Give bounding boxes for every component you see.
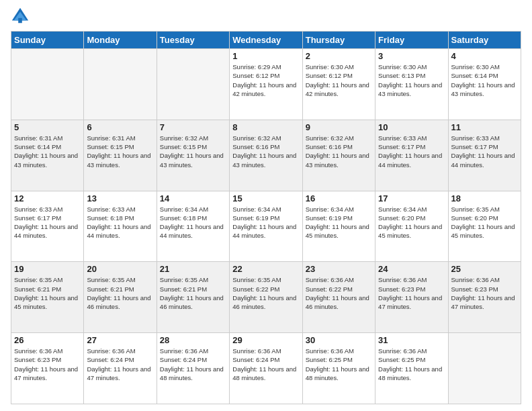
calendar-cell: 30Sunrise: 6:36 AM Sunset: 6:25 PM Dayli…	[302, 333, 375, 404]
day-info: Sunrise: 6:35 AM Sunset: 6:20 PM Dayligh…	[451, 205, 518, 240]
day-info: Sunrise: 6:36 AM Sunset: 6:25 PM Dayligh…	[378, 347, 445, 382]
weekday-header-saturday: Saturday	[448, 32, 521, 49]
calendar-cell: 15Sunrise: 6:34 AM Sunset: 6:19 PM Dayli…	[230, 191, 302, 262]
calendar-table: SundayMondayTuesdayWednesdayThursdayFrid…	[11, 31, 521, 404]
day-number: 25	[451, 264, 518, 274]
day-info: Sunrise: 6:35 AM Sunset: 6:21 PM Dayligh…	[14, 275, 81, 311]
day-info: Sunrise: 6:36 AM Sunset: 6:24 PM Dayligh…	[160, 347, 226, 382]
calendar-cell	[84, 49, 157, 120]
day-info: Sunrise: 6:34 AM Sunset: 6:20 PM Dayligh…	[378, 205, 445, 240]
day-number: 3	[378, 51, 445, 61]
calendar-cell: 2Sunrise: 6:30 AM Sunset: 6:12 PM Daylig…	[302, 49, 375, 120]
calendar-cell: 20Sunrise: 6:35 AM Sunset: 6:21 PM Dayli…	[84, 262, 157, 333]
calendar-cell	[11, 49, 84, 120]
calendar-cell: 26Sunrise: 6:36 AM Sunset: 6:23 PM Dayli…	[11, 333, 84, 404]
day-number: 24	[378, 264, 445, 274]
day-info: Sunrise: 6:30 AM Sunset: 6:12 PM Dayligh…	[306, 62, 372, 98]
calendar-cell: 29Sunrise: 6:36 AM Sunset: 6:24 PM Dayli…	[230, 333, 302, 404]
weekday-header-friday: Friday	[375, 32, 448, 49]
day-number: 23	[306, 264, 372, 274]
weekday-header-tuesday: Tuesday	[157, 32, 229, 49]
calendar-cell	[157, 49, 229, 120]
day-number: 12	[14, 193, 81, 203]
calendar-cell: 7Sunrise: 6:32 AM Sunset: 6:15 PM Daylig…	[157, 120, 229, 191]
day-number: 16	[306, 193, 372, 203]
day-info: Sunrise: 6:34 AM Sunset: 6:19 PM Dayligh…	[306, 205, 372, 240]
day-info: Sunrise: 6:36 AM Sunset: 6:22 PM Dayligh…	[306, 275, 372, 311]
calendar-week-row: 12Sunrise: 6:33 AM Sunset: 6:17 PM Dayli…	[11, 191, 521, 262]
day-info: Sunrise: 6:36 AM Sunset: 6:24 PM Dayligh…	[87, 347, 153, 382]
svg-rect-2	[18, 18, 22, 23]
calendar-cell: 17Sunrise: 6:34 AM Sunset: 6:20 PM Dayli…	[375, 191, 448, 262]
day-number: 22	[232, 264, 299, 274]
day-info: Sunrise: 6:36 AM Sunset: 6:23 PM Dayligh…	[14, 347, 81, 382]
day-number: 26	[14, 335, 81, 345]
weekday-header-monday: Monday	[84, 32, 157, 49]
weekday-header-wednesday: Wednesday	[230, 32, 302, 49]
calendar-cell: 11Sunrise: 6:33 AM Sunset: 6:17 PM Dayli…	[448, 120, 521, 191]
calendar-week-row: 5Sunrise: 6:31 AM Sunset: 6:14 PM Daylig…	[11, 120, 521, 191]
day-info: Sunrise: 6:31 AM Sunset: 6:15 PM Dayligh…	[87, 134, 153, 169]
weekday-header-sunday: Sunday	[11, 32, 84, 49]
calendar-week-row: 19Sunrise: 6:35 AM Sunset: 6:21 PM Dayli…	[11, 262, 521, 333]
day-info: Sunrise: 6:36 AM Sunset: 6:23 PM Dayligh…	[378, 275, 445, 311]
day-number: 30	[306, 335, 372, 345]
day-info: Sunrise: 6:35 AM Sunset: 6:22 PM Dayligh…	[232, 275, 299, 311]
calendar-cell: 13Sunrise: 6:33 AM Sunset: 6:18 PM Dayli…	[84, 191, 157, 262]
day-number: 18	[451, 193, 518, 203]
day-info: Sunrise: 6:29 AM Sunset: 6:12 PM Dayligh…	[232, 62, 299, 98]
calendar-cell: 3Sunrise: 6:30 AM Sunset: 6:13 PM Daylig…	[375, 49, 448, 120]
day-number: 21	[160, 264, 226, 274]
day-number: 19	[14, 264, 81, 274]
day-info: Sunrise: 6:32 AM Sunset: 6:16 PM Dayligh…	[306, 134, 372, 169]
day-number: 4	[451, 51, 518, 61]
calendar-cell: 21Sunrise: 6:35 AM Sunset: 6:21 PM Dayli…	[157, 262, 229, 333]
calendar-cell: 24Sunrise: 6:36 AM Sunset: 6:23 PM Dayli…	[375, 262, 448, 333]
calendar-cell: 1Sunrise: 6:29 AM Sunset: 6:12 PM Daylig…	[230, 49, 302, 120]
calendar-cell: 28Sunrise: 6:36 AM Sunset: 6:24 PM Dayli…	[157, 333, 229, 404]
weekday-header-thursday: Thursday	[302, 32, 375, 49]
day-info: Sunrise: 6:32 AM Sunset: 6:16 PM Dayligh…	[232, 134, 299, 169]
logo	[11, 7, 32, 26]
calendar-cell: 5Sunrise: 6:31 AM Sunset: 6:14 PM Daylig…	[11, 120, 84, 191]
day-number: 20	[87, 264, 153, 274]
day-number: 8	[232, 122, 299, 132]
calendar-cell: 31Sunrise: 6:36 AM Sunset: 6:25 PM Dayli…	[375, 333, 448, 404]
day-info: Sunrise: 6:33 AM Sunset: 6:17 PM Dayligh…	[14, 205, 81, 240]
day-number: 13	[87, 193, 153, 203]
calendar-cell: 19Sunrise: 6:35 AM Sunset: 6:21 PM Dayli…	[11, 262, 84, 333]
calendar-cell	[448, 333, 521, 404]
day-info: Sunrise: 6:35 AM Sunset: 6:21 PM Dayligh…	[87, 275, 153, 311]
calendar-cell: 12Sunrise: 6:33 AM Sunset: 6:17 PM Dayli…	[11, 191, 84, 262]
day-number: 2	[306, 51, 372, 61]
day-info: Sunrise: 6:30 AM Sunset: 6:14 PM Dayligh…	[451, 62, 518, 98]
calendar-cell: 18Sunrise: 6:35 AM Sunset: 6:20 PM Dayli…	[448, 191, 521, 262]
day-info: Sunrise: 6:32 AM Sunset: 6:15 PM Dayligh…	[160, 134, 226, 169]
day-info: Sunrise: 6:30 AM Sunset: 6:13 PM Dayligh…	[378, 62, 445, 98]
day-info: Sunrise: 6:35 AM Sunset: 6:21 PM Dayligh…	[160, 275, 226, 311]
day-number: 11	[451, 122, 518, 132]
day-number: 28	[160, 335, 226, 345]
day-number: 6	[87, 122, 153, 132]
calendar-cell: 16Sunrise: 6:34 AM Sunset: 6:19 PM Dayli…	[302, 191, 375, 262]
day-info: Sunrise: 6:31 AM Sunset: 6:14 PM Dayligh…	[14, 134, 81, 169]
day-number: 14	[160, 193, 226, 203]
calendar-cell: 10Sunrise: 6:33 AM Sunset: 6:17 PM Dayli…	[375, 120, 448, 191]
calendar-week-row: 26Sunrise: 6:36 AM Sunset: 6:23 PM Dayli…	[11, 333, 521, 404]
header	[11, 7, 521, 26]
calendar-cell: 25Sunrise: 6:36 AM Sunset: 6:23 PM Dayli…	[448, 262, 521, 333]
day-number: 9	[306, 122, 372, 132]
calendar-cell: 22Sunrise: 6:35 AM Sunset: 6:22 PM Dayli…	[230, 262, 302, 333]
calendar-cell: 23Sunrise: 6:36 AM Sunset: 6:22 PM Dayli…	[302, 262, 375, 333]
day-number: 10	[378, 122, 445, 132]
day-info: Sunrise: 6:33 AM Sunset: 6:17 PM Dayligh…	[378, 134, 445, 169]
calendar-cell: 27Sunrise: 6:36 AM Sunset: 6:24 PM Dayli…	[84, 333, 157, 404]
calendar-cell: 8Sunrise: 6:32 AM Sunset: 6:16 PM Daylig…	[230, 120, 302, 191]
calendar-cell: 4Sunrise: 6:30 AM Sunset: 6:14 PM Daylig…	[448, 49, 521, 120]
calendar-cell: 6Sunrise: 6:31 AM Sunset: 6:15 PM Daylig…	[84, 120, 157, 191]
day-number: 15	[232, 193, 299, 203]
day-number: 31	[378, 335, 445, 345]
calendar-cell: 14Sunrise: 6:34 AM Sunset: 6:18 PM Dayli…	[157, 191, 229, 262]
weekday-header-row: SundayMondayTuesdayWednesdayThursdayFrid…	[11, 32, 521, 49]
logo-icon	[11, 7, 30, 26]
